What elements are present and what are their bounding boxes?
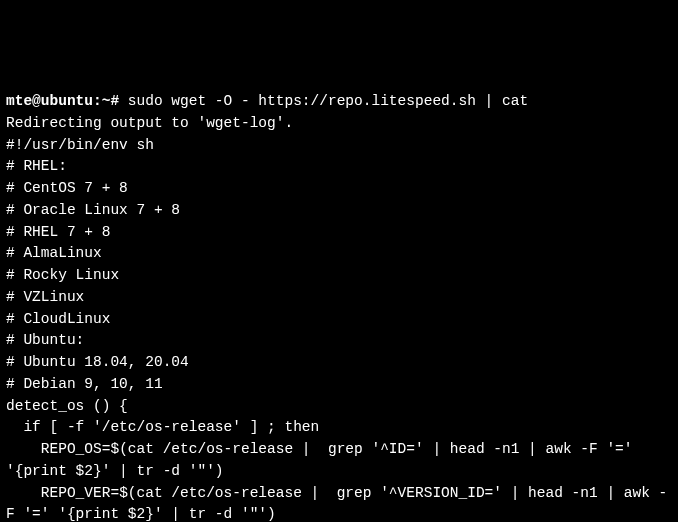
- output-line: # Debian 9, 10, 11: [6, 374, 672, 396]
- output-line: detect_os () {: [6, 396, 672, 418]
- command-line: mte@ubuntu:~# sudo wget -O - https://rep…: [6, 91, 672, 113]
- output-line: # CloudLinux: [6, 309, 672, 331]
- output-line: # Rocky Linux: [6, 265, 672, 287]
- shell-prompt: mte@ubuntu:~#: [6, 93, 128, 109]
- output-line: # Ubuntu 18.04, 20.04: [6, 352, 672, 374]
- output-line: # RHEL:: [6, 156, 672, 178]
- output-line: if [ -f '/etc/os-release' ] ; then: [6, 417, 672, 439]
- output-line: # CentOS 7 + 8: [6, 178, 672, 200]
- output-line: Redirecting output to 'wget-log'.: [6, 113, 672, 135]
- output-line: # VZLinux: [6, 287, 672, 309]
- output-line: REPO_OS=$(cat /etc/os-release | grep '^I…: [6, 439, 672, 483]
- terminal-output[interactable]: mte@ubuntu:~# sudo wget -O - https://rep…: [6, 91, 672, 522]
- output-line: # Ubuntu:: [6, 330, 672, 352]
- output-line: # AlmaLinux: [6, 243, 672, 265]
- output-line: REPO_VER=$(cat /etc/os-release | grep '^…: [6, 483, 672, 523]
- output-line: # Oracle Linux 7 + 8: [6, 200, 672, 222]
- command-text: sudo wget -O - https://repo.litespeed.sh…: [128, 93, 528, 109]
- output-line: # RHEL 7 + 8: [6, 222, 672, 244]
- output-line: #!/usr/bin/env sh: [6, 135, 672, 157]
